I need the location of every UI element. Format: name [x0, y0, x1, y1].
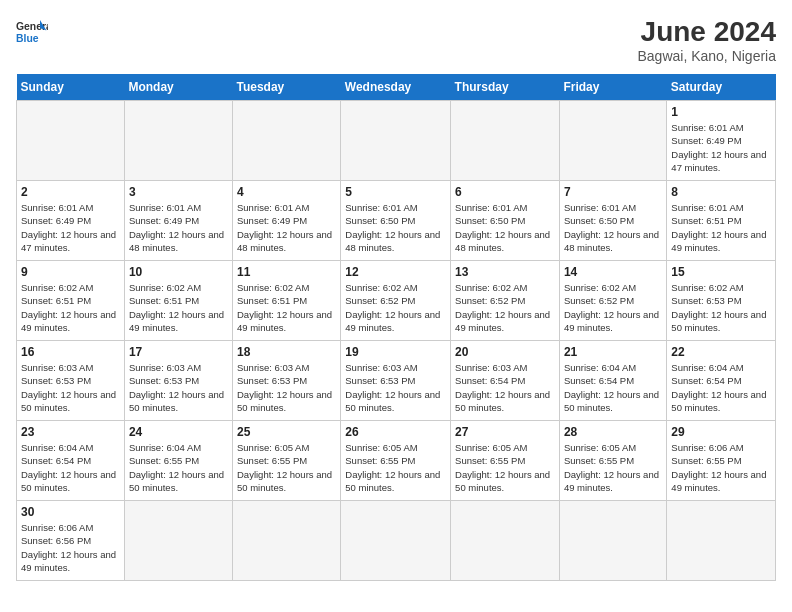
- calendar-cell: 10Sunrise: 6:02 AMSunset: 6:51 PMDayligh…: [124, 261, 232, 341]
- title-block: June 2024 Bagwai, Kano, Nigeria: [637, 16, 776, 64]
- calendar-cell: 30Sunrise: 6:06 AMSunset: 6:56 PMDayligh…: [17, 501, 125, 581]
- day-number: 14: [564, 265, 662, 279]
- day-number: 24: [129, 425, 228, 439]
- calendar-table: SundayMondayTuesdayWednesdayThursdayFrid…: [16, 74, 776, 581]
- day-number: 2: [21, 185, 120, 199]
- calendar-week-row: 1Sunrise: 6:01 AMSunset: 6:49 PMDaylight…: [17, 101, 776, 181]
- day-number: 6: [455, 185, 555, 199]
- day-info: Sunrise: 6:06 AMSunset: 6:55 PMDaylight:…: [671, 441, 771, 494]
- calendar-cell: 6Sunrise: 6:01 AMSunset: 6:50 PMDaylight…: [451, 181, 560, 261]
- day-info: Sunrise: 6:01 AMSunset: 6:49 PMDaylight:…: [237, 201, 336, 254]
- day-number: 5: [345, 185, 446, 199]
- day-info: Sunrise: 6:01 AMSunset: 6:50 PMDaylight:…: [564, 201, 662, 254]
- day-number: 23: [21, 425, 120, 439]
- logo: General Blue: [16, 16, 48, 48]
- day-info: Sunrise: 6:05 AMSunset: 6:55 PMDaylight:…: [345, 441, 446, 494]
- weekday-header-tuesday: Tuesday: [233, 74, 341, 101]
- day-number: 11: [237, 265, 336, 279]
- calendar-cell: 3Sunrise: 6:01 AMSunset: 6:49 PMDaylight…: [124, 181, 232, 261]
- day-info: Sunrise: 6:03 AMSunset: 6:53 PMDaylight:…: [237, 361, 336, 414]
- calendar-cell: 2Sunrise: 6:01 AMSunset: 6:49 PMDaylight…: [17, 181, 125, 261]
- calendar-cell: 28Sunrise: 6:05 AMSunset: 6:55 PMDayligh…: [559, 421, 666, 501]
- calendar-week-row: 9Sunrise: 6:02 AMSunset: 6:51 PMDaylight…: [17, 261, 776, 341]
- calendar-cell: 8Sunrise: 6:01 AMSunset: 6:51 PMDaylight…: [667, 181, 776, 261]
- day-number: 30: [21, 505, 120, 519]
- day-number: 3: [129, 185, 228, 199]
- day-info: Sunrise: 6:06 AMSunset: 6:56 PMDaylight:…: [21, 521, 120, 574]
- calendar-cell: [341, 501, 451, 581]
- location: Bagwai, Kano, Nigeria: [637, 48, 776, 64]
- calendar-cell: [233, 101, 341, 181]
- day-number: 12: [345, 265, 446, 279]
- calendar-cell: [559, 501, 666, 581]
- weekday-header-thursday: Thursday: [451, 74, 560, 101]
- calendar-cell: 27Sunrise: 6:05 AMSunset: 6:55 PMDayligh…: [451, 421, 560, 501]
- weekday-header-monday: Monday: [124, 74, 232, 101]
- day-info: Sunrise: 6:02 AMSunset: 6:52 PMDaylight:…: [345, 281, 446, 334]
- calendar-cell: [17, 101, 125, 181]
- day-info: Sunrise: 6:04 AMSunset: 6:54 PMDaylight:…: [564, 361, 662, 414]
- day-info: Sunrise: 6:05 AMSunset: 6:55 PMDaylight:…: [237, 441, 336, 494]
- day-number: 22: [671, 345, 771, 359]
- calendar-cell: 17Sunrise: 6:03 AMSunset: 6:53 PMDayligh…: [124, 341, 232, 421]
- calendar-cell: [451, 501, 560, 581]
- day-info: Sunrise: 6:03 AMSunset: 6:54 PMDaylight:…: [455, 361, 555, 414]
- day-info: Sunrise: 6:01 AMSunset: 6:49 PMDaylight:…: [21, 201, 120, 254]
- day-number: 21: [564, 345, 662, 359]
- day-info: Sunrise: 6:04 AMSunset: 6:54 PMDaylight:…: [21, 441, 120, 494]
- weekday-header-friday: Friday: [559, 74, 666, 101]
- day-info: Sunrise: 6:01 AMSunset: 6:50 PMDaylight:…: [455, 201, 555, 254]
- calendar-cell: 18Sunrise: 6:03 AMSunset: 6:53 PMDayligh…: [233, 341, 341, 421]
- calendar-cell: [559, 101, 666, 181]
- calendar-cell: [341, 101, 451, 181]
- day-number: 9: [21, 265, 120, 279]
- day-number: 28: [564, 425, 662, 439]
- day-number: 29: [671, 425, 771, 439]
- day-number: 16: [21, 345, 120, 359]
- calendar-cell: 9Sunrise: 6:02 AMSunset: 6:51 PMDaylight…: [17, 261, 125, 341]
- calendar-week-row: 23Sunrise: 6:04 AMSunset: 6:54 PMDayligh…: [17, 421, 776, 501]
- day-number: 8: [671, 185, 771, 199]
- day-number: 17: [129, 345, 228, 359]
- calendar-cell: [667, 501, 776, 581]
- day-info: Sunrise: 6:05 AMSunset: 6:55 PMDaylight:…: [455, 441, 555, 494]
- day-info: Sunrise: 6:04 AMSunset: 6:55 PMDaylight:…: [129, 441, 228, 494]
- calendar-cell: 25Sunrise: 6:05 AMSunset: 6:55 PMDayligh…: [233, 421, 341, 501]
- weekday-header-sunday: Sunday: [17, 74, 125, 101]
- day-number: 27: [455, 425, 555, 439]
- day-number: 10: [129, 265, 228, 279]
- calendar-cell: 21Sunrise: 6:04 AMSunset: 6:54 PMDayligh…: [559, 341, 666, 421]
- month-title: June 2024: [637, 16, 776, 48]
- logo-icon: General Blue: [16, 16, 48, 48]
- day-info: Sunrise: 6:03 AMSunset: 6:53 PMDaylight:…: [129, 361, 228, 414]
- calendar-week-row: 30Sunrise: 6:06 AMSunset: 6:56 PMDayligh…: [17, 501, 776, 581]
- day-number: 19: [345, 345, 446, 359]
- calendar-cell: 13Sunrise: 6:02 AMSunset: 6:52 PMDayligh…: [451, 261, 560, 341]
- calendar-cell: 26Sunrise: 6:05 AMSunset: 6:55 PMDayligh…: [341, 421, 451, 501]
- calendar-cell: 11Sunrise: 6:02 AMSunset: 6:51 PMDayligh…: [233, 261, 341, 341]
- calendar-cell: [124, 501, 232, 581]
- calendar-cell: 15Sunrise: 6:02 AMSunset: 6:53 PMDayligh…: [667, 261, 776, 341]
- day-number: 1: [671, 105, 771, 119]
- day-info: Sunrise: 6:01 AMSunset: 6:51 PMDaylight:…: [671, 201, 771, 254]
- calendar-cell: 16Sunrise: 6:03 AMSunset: 6:53 PMDayligh…: [17, 341, 125, 421]
- calendar-cell: 5Sunrise: 6:01 AMSunset: 6:50 PMDaylight…: [341, 181, 451, 261]
- page-header: General Blue June 2024 Bagwai, Kano, Nig…: [16, 16, 776, 64]
- calendar-cell: 22Sunrise: 6:04 AMSunset: 6:54 PMDayligh…: [667, 341, 776, 421]
- day-number: 18: [237, 345, 336, 359]
- day-info: Sunrise: 6:03 AMSunset: 6:53 PMDaylight:…: [21, 361, 120, 414]
- day-number: 15: [671, 265, 771, 279]
- calendar-cell: 7Sunrise: 6:01 AMSunset: 6:50 PMDaylight…: [559, 181, 666, 261]
- day-info: Sunrise: 6:02 AMSunset: 6:51 PMDaylight:…: [21, 281, 120, 334]
- weekday-header-row: SundayMondayTuesdayWednesdayThursdayFrid…: [17, 74, 776, 101]
- day-info: Sunrise: 6:02 AMSunset: 6:53 PMDaylight:…: [671, 281, 771, 334]
- day-number: 13: [455, 265, 555, 279]
- calendar-cell: 1Sunrise: 6:01 AMSunset: 6:49 PMDaylight…: [667, 101, 776, 181]
- day-info: Sunrise: 6:02 AMSunset: 6:51 PMDaylight:…: [237, 281, 336, 334]
- calendar-cell: 19Sunrise: 6:03 AMSunset: 6:53 PMDayligh…: [341, 341, 451, 421]
- day-number: 20: [455, 345, 555, 359]
- day-info: Sunrise: 6:03 AMSunset: 6:53 PMDaylight:…: [345, 361, 446, 414]
- day-info: Sunrise: 6:05 AMSunset: 6:55 PMDaylight:…: [564, 441, 662, 494]
- weekday-header-wednesday: Wednesday: [341, 74, 451, 101]
- day-number: 25: [237, 425, 336, 439]
